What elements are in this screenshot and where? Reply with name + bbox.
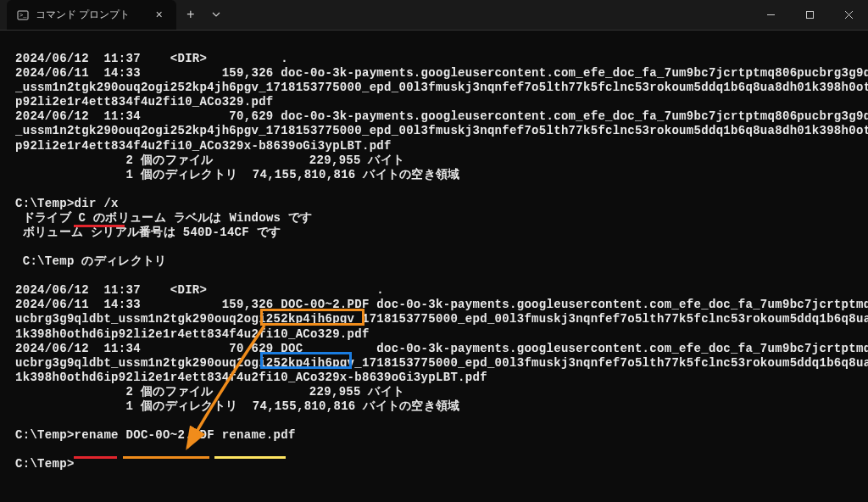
terminal-output[interactable]: 2024/06/12 11:37 <DIR> . 2024/06/11 14:3…: [0, 31, 868, 478]
prompt-line: C:\Temp>rename DOC-0O~2.PDF rename.pdf: [15, 428, 296, 442]
output-line: 2024/06/12 11:34 70,629 DOC doc-0o-3k-pa…: [15, 342, 868, 355]
output-line: ucbrg3g9qldbt_ussm1n2tgk290ouq2ogi252kp4…: [15, 312, 868, 326]
title-bar: >_ コマンド プロンプト × +: [0, 0, 868, 31]
close-tab-icon[interactable]: ×: [153, 8, 166, 22]
output-line: 2024/06/11 14:33 159,326 doc-0o-3k-payme…: [15, 66, 868, 80]
prompt-line: C:\Temp>: [15, 457, 75, 471]
close-window-button[interactable]: [829, 0, 868, 30]
svg-rect-3: [806, 12, 813, 19]
window-controls: [751, 0, 868, 30]
tab-title: コマンド プロンプト: [36, 8, 146, 22]
svg-text:>_: >_: [19, 12, 27, 19]
output-line: p92li2e1r4ett834f4u2fi10_ACo329x-b8639oG…: [15, 139, 392, 153]
tab-dropdown-icon[interactable]: [205, 10, 227, 20]
output-line: 1k398h0othd6ip92li2e1r4ett834f4u2fi10_AC…: [15, 327, 370, 341]
new-tab-button[interactable]: +: [176, 8, 205, 23]
output-line: ドライブ C のボリューム ラベルは Windows です: [15, 211, 313, 225]
output-line: 2 個のファイル 229,955 バイト: [15, 385, 404, 399]
output-line: 2024/06/12 11:34 70,629 doc-0o-3k-paymen…: [15, 109, 868, 123]
tab-command-prompt[interactable]: >_ コマンド プロンプト ×: [7, 0, 176, 30]
output-line: C:\Temp のディレクトリ: [15, 254, 166, 268]
output-line: 1 個のディレクトリ 74,155,810,816 バイトの空き領域: [15, 168, 460, 181]
output-line: ボリューム シリアル番号は 540D-14CF です: [15, 226, 281, 239]
terminal-icon: >_: [17, 9, 29, 21]
prompt-line: C:\Temp>dir /x: [15, 197, 119, 210]
output-line: 2024/06/11 14:33 159,326 DOC-0O~2.PDF do…: [15, 298, 868, 311]
minimize-button[interactable]: [751, 0, 790, 30]
output-line: 2024/06/12 11:37 <DIR> .: [15, 52, 288, 65]
output-line: _ussm1n2tgk290ouq2ogi252kp4jh6pgv_171815…: [15, 124, 868, 137]
output-line: 1k398h0othd6ip92li2e1r4ett834f4u2fi10_AC…: [15, 371, 487, 384]
output-line: 1 個のディレクトリ 74,155,810,816 バイトの空き領域: [15, 399, 460, 413]
output-line: _ussm1n2tgk290ouq2ogi252kp4jh6pgv_171815…: [15, 81, 868, 94]
output-line: 2 個のファイル 229,955 バイト: [15, 153, 404, 167]
output-line: 2024/06/12 11:37 <DIR> .: [15, 283, 384, 297]
output-line: ucbrg3g9qldbt_ussm1n2tgk290ouq2ogi252kp4…: [15, 356, 868, 370]
output-line: p92li2e1r4ett834f4u2fi10_ACo329.pdf: [15, 95, 274, 109]
tab-area: >_ コマンド プロンプト × +: [0, 0, 227, 30]
maximize-button[interactable]: [790, 0, 829, 30]
